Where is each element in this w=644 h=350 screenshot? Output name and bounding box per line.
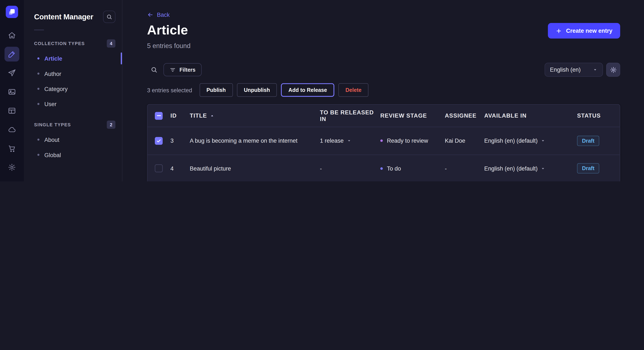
entries-table: ID TITLE TO BE RELEASED IN REVIEW STAGE … <box>147 104 620 181</box>
app-window: KD Content Manager COLLECTION TYPES4Arti… <box>0 0 644 181</box>
cloud-icon <box>8 126 16 134</box>
sort-ascending-icon <box>210 113 214 118</box>
nav-marketplace[interactable] <box>4 141 19 156</box>
release-value: - <box>320 165 322 172</box>
section-label: COLLECTION TYPES <box>34 41 85 46</box>
nav-releases[interactable] <box>4 66 19 80</box>
select-all-checkbox[interactable] <box>155 112 163 120</box>
caret-down-icon <box>346 138 352 143</box>
col-header-review-stage[interactable]: REVIEW STAGE <box>380 112 445 119</box>
locale-value: English (en) (default) <box>484 138 538 144</box>
nav-media-library[interactable] <box>4 84 19 99</box>
table-row: 4Beautiful picture-To do-English (en) (d… <box>147 155 620 181</box>
filters-button[interactable]: Filters <box>164 63 202 76</box>
status-badge: Draft <box>577 163 600 174</box>
strapi-logo-icon <box>8 8 16 16</box>
bullet-icon <box>37 103 40 105</box>
caret-down-icon <box>540 166 546 171</box>
table-header: ID TITLE TO BE RELEASED IN REVIEW STAGE … <box>147 105 620 127</box>
publish-button[interactable]: Publish <box>200 83 233 97</box>
locale-menu-trigger[interactable]: English (en) (default) <box>484 138 546 144</box>
sidebar-item-label: Global <box>44 152 61 158</box>
sidebar-item-label: Category <box>44 85 68 92</box>
nav-content-manager[interactable] <box>4 47 19 61</box>
col-header-available-in[interactable]: AVAILABLE IN <box>484 112 577 119</box>
bullet-icon <box>37 139 40 141</box>
search-icon <box>106 14 112 20</box>
cell-title[interactable]: A bug is becoming a meme on the internet <box>190 138 320 144</box>
sidebar-section: SINGLE TYPES2AboutGlobal <box>24 121 122 163</box>
col-header-status[interactable]: STATUS <box>577 112 620 119</box>
cell-released-in: 1 release <box>320 138 380 144</box>
layout-icon <box>8 107 16 115</box>
locale-menu-trigger[interactable]: English (en) (default) <box>484 165 546 172</box>
plus-icon <box>556 28 562 34</box>
sidebar-item-about[interactable]: About <box>34 132 116 147</box>
cell-title[interactable]: Beautiful picture <box>190 165 320 172</box>
table-row: 3A bug is becoming a meme on the interne… <box>147 127 620 155</box>
sidebar-item-category[interactable]: Category <box>34 81 116 96</box>
nav-content-type-builder[interactable] <box>4 103 19 118</box>
cell-status: Draft <box>577 136 620 146</box>
main-content: Back Article Create new entry 5 entries … <box>122 0 644 181</box>
cell-released-in: - <box>320 165 380 172</box>
sidebar-search-button[interactable] <box>103 11 116 23</box>
bullet-icon <box>37 72 40 75</box>
stage-label: Ready to review <box>387 138 428 144</box>
locale-value: English (en) (default) <box>484 165 538 172</box>
release-menu-trigger[interactable]: 1 release <box>320 138 352 144</box>
toolbar: Filters English (en) <box>147 63 620 77</box>
sidebar-item-user[interactable]: User <box>34 96 116 111</box>
divider <box>34 29 44 30</box>
stage-dot-icon <box>380 140 383 142</box>
section-header[interactable]: COLLECTION TYPES4 <box>34 39 116 48</box>
unpublish-button[interactable]: Unpublish <box>237 83 277 97</box>
cell-id: 3 <box>170 138 190 144</box>
sidebar-item-label: Author <box>44 70 61 77</box>
indeterminate-dash-icon <box>157 115 161 116</box>
col-header-released-in[interactable]: TO BE RELEASED IN <box>320 109 380 122</box>
create-new-entry-label: Create new entry <box>566 27 612 34</box>
filters-label: Filters <box>180 67 196 73</box>
nav-settings[interactable] <box>4 160 19 175</box>
cell-available-in: English (en) (default) <box>484 165 577 172</box>
bullet-icon <box>37 88 40 90</box>
nav-home[interactable] <box>4 28 19 42</box>
section-header[interactable]: SINGLE TYPES2 <box>34 121 116 129</box>
sidebar-item-label: Article <box>44 55 62 62</box>
section-count-badge: 2 <box>107 121 115 129</box>
strapi-logo[interactable] <box>6 6 18 18</box>
sidebar-item-author[interactable]: Author <box>34 66 116 81</box>
add-to-release-button[interactable]: Add to Release <box>281 83 334 97</box>
cell-assignee: - <box>445 165 484 172</box>
back-label: Back <box>157 11 170 18</box>
entries-count: 5 entries found <box>147 42 620 50</box>
selected-count-label: 3 entries selected <box>147 87 192 93</box>
locale-select[interactable]: English (en) <box>544 63 603 77</box>
page-title: Article <box>147 23 188 37</box>
row-checkbox[interactable] <box>155 137 163 145</box>
col-header-assignee[interactable]: ASSIGNEE <box>445 112 484 119</box>
selection-bar: 3 entries selected Publish Unpublish Add… <box>147 83 620 97</box>
row-checkbox[interactable] <box>155 165 163 173</box>
nav-cloud[interactable] <box>4 122 19 137</box>
content-manager-sidebar: Content Manager COLLECTION TYPES4Article… <box>24 0 122 181</box>
col-header-title[interactable]: TITLE <box>190 112 320 119</box>
sidebar-item-global[interactable]: Global <box>34 147 116 162</box>
delete-button[interactable]: Delete <box>338 83 368 97</box>
sidebar-item-article[interactable]: Article <box>34 51 116 66</box>
back-link[interactable]: Back <box>147 11 170 18</box>
col-header-id[interactable]: ID <box>170 112 190 119</box>
col-header-title-label: TITLE <box>190 112 207 119</box>
create-new-entry-button[interactable]: Create new entry <box>548 23 620 38</box>
cell-status: Draft <box>577 163 620 174</box>
view-settings-button[interactable] <box>606 63 620 77</box>
arrow-left-icon <box>147 11 154 18</box>
images-icon <box>8 88 16 96</box>
locale-selected-value: English (en) <box>550 66 580 73</box>
chevron-down-icon <box>593 67 598 72</box>
section-label: SINGLE TYPES <box>34 122 71 127</box>
bullet-icon <box>37 154 40 156</box>
table-search-button[interactable] <box>147 63 161 77</box>
sidebar-item-label: User <box>44 101 56 107</box>
